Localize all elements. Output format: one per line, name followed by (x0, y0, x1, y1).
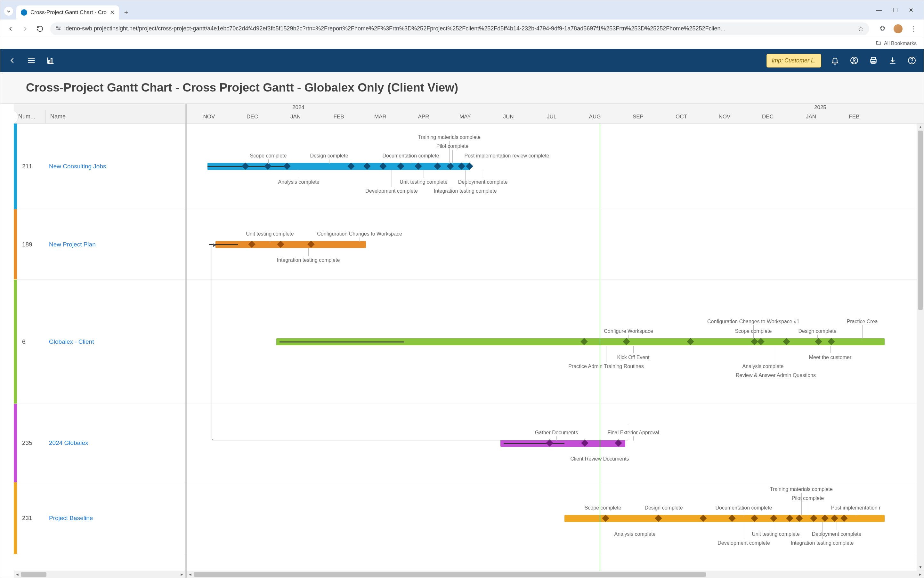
site-settings-icon[interactable] (55, 25, 62, 32)
month-label: APR (418, 114, 429, 120)
maximize-icon[interactable]: ☐ (893, 7, 898, 14)
help-icon[interactable] (906, 55, 917, 66)
milestone-label: Analysis complete (742, 364, 784, 369)
year-label: 2025 (814, 104, 826, 111)
label-tick (633, 436, 634, 441)
tab-search-button[interactable] (4, 7, 13, 16)
svg-point-16 (911, 62, 912, 63)
label-tick (452, 150, 453, 164)
new-tab-button[interactable]: + (120, 7, 132, 18)
timeline-body[interactable]: Scope completeDesign completeDocumentati… (187, 123, 924, 571)
reload-button[interactable] (36, 24, 44, 33)
row-color-stripe (14, 404, 17, 482)
svg-point-2 (59, 29, 60, 29)
dependency-line (211, 440, 628, 440)
forward-button[interactable] (21, 24, 30, 33)
all-bookmarks-link[interactable]: All Bookmarks (884, 41, 917, 46)
browser-tab[interactable]: Cross-Project Gantt Chart - Cro ✕ (16, 5, 119, 19)
back-button[interactable] (6, 24, 15, 33)
milestone-label: Unit testing complete (246, 231, 294, 237)
col-header-num[interactable]: Num... (14, 110, 46, 123)
label-tick (270, 237, 270, 242)
minimize-icon[interactable]: — (876, 7, 882, 14)
row-name: New Consulting Jobs (46, 163, 185, 170)
col-header-name[interactable]: Name (46, 110, 185, 123)
milestone-label: Design complete (310, 153, 348, 159)
label-tick (603, 511, 603, 516)
scroll-left-icon[interactable]: ◄ (187, 571, 194, 578)
project-link[interactable]: Project Baseline (49, 515, 93, 521)
svg-point-11 (853, 58, 856, 61)
month-label: OCT (675, 114, 687, 120)
bookmarks-folder-icon[interactable] (876, 40, 882, 47)
timeline: 20242025NOVDECJANFEBMARAPRMAYJUNJULAUGSE… (187, 104, 924, 578)
baseline-bar (504, 443, 564, 444)
grid-row[interactable]: 6 Globalex - Client (14, 280, 185, 404)
row-color-stripe (14, 123, 17, 209)
project-link[interactable]: New Consulting Jobs (49, 163, 106, 170)
extensions-icon[interactable] (878, 24, 887, 33)
project-link[interactable]: New Project Plan (49, 241, 96, 248)
label-tick (628, 335, 629, 339)
scroll-right-icon[interactable]: ► (178, 571, 185, 578)
project-link[interactable]: 2024 Globalex (49, 439, 88, 446)
notifications-icon[interactable] (830, 55, 841, 66)
favicon-icon (21, 9, 27, 16)
month-label: SEP (633, 114, 644, 120)
milestone-label: Pilot complete (792, 495, 824, 501)
kebab-menu-icon[interactable]: ⋮ (909, 24, 918, 33)
label-tick (411, 159, 411, 164)
scroll-thumb[interactable] (194, 572, 706, 577)
row-num: 231 (17, 515, 46, 522)
grid-row[interactable]: 235 2024 Globalex (14, 404, 185, 482)
impersonation-badge[interactable]: imp: Customer L. (766, 54, 821, 68)
milestone-label: Training materials complete (418, 135, 481, 140)
milestone-label: Documentation complete (716, 505, 772, 511)
user-icon[interactable] (849, 55, 860, 66)
grid-hscrollbar[interactable]: ◄ ► (14, 571, 185, 578)
timeline-vscrollbar[interactable]: ▲ ▼ (917, 123, 924, 571)
scroll-thumb[interactable] (21, 572, 46, 577)
timeline-header[interactable]: 20242025NOVDECJANFEBMARAPRMAYJUNJULAUGSE… (187, 104, 924, 123)
scroll-thumb[interactable] (918, 131, 923, 310)
print-icon[interactable] (868, 55, 879, 66)
profile-avatar-icon[interactable] (893, 24, 903, 33)
chart-icon[interactable] (45, 55, 56, 66)
milestone-label: Unit testing complete (752, 531, 799, 537)
milestone-label: Design complete (644, 505, 683, 511)
close-tab-icon[interactable]: ✕ (110, 9, 115, 16)
month-label: MAR (374, 114, 386, 120)
grid-row[interactable]: 189 New Project Plan (14, 209, 185, 280)
url-text: demo-swb.projectinsight.net/project/cros… (66, 25, 854, 32)
hamburger-menu-icon[interactable] (26, 55, 37, 66)
milestone-label: Analysis complete (614, 531, 656, 537)
url-input[interactable]: demo-swb.projectinsight.net/project/cros… (50, 23, 869, 35)
milestone-label: Development complete (365, 188, 418, 194)
project-link[interactable]: Globalex - Client (49, 338, 94, 345)
year-label: 2024 (292, 104, 304, 111)
month-label: AUG (589, 114, 601, 120)
milestone-label: Analysis complete (278, 179, 319, 185)
label-tick (817, 335, 818, 339)
label-tick (635, 522, 635, 530)
grid-header: Num... Name (14, 104, 185, 123)
scroll-left-icon[interactable]: ◄ (14, 571, 21, 578)
tab-title: Cross-Project Gantt Chart - Cro (31, 9, 107, 16)
scroll-right-icon[interactable]: ► (917, 571, 924, 578)
grid-row[interactable]: 231 Project Baseline (14, 482, 185, 554)
timeline-hscrollbar[interactable]: ◄ ► (187, 571, 924, 578)
dependency-arrow-icon (213, 243, 217, 248)
row-color-stripe (14, 482, 17, 554)
close-window-icon[interactable]: ✕ (909, 7, 913, 14)
star-icon[interactable]: ☆ (858, 24, 864, 33)
today-line (600, 123, 600, 571)
scroll-up-icon[interactable]: ▲ (917, 123, 924, 131)
download-icon[interactable] (887, 55, 898, 66)
scroll-down-icon[interactable]: ▼ (917, 563, 924, 571)
grid-row[interactable]: 211 New Consulting Jobs (14, 123, 185, 209)
back-nav-button[interactable] (7, 55, 18, 66)
label-tick (856, 511, 856, 516)
milestone-label: Unit testing complete (400, 179, 447, 185)
label-tick (483, 170, 483, 178)
label-tick (507, 159, 507, 164)
